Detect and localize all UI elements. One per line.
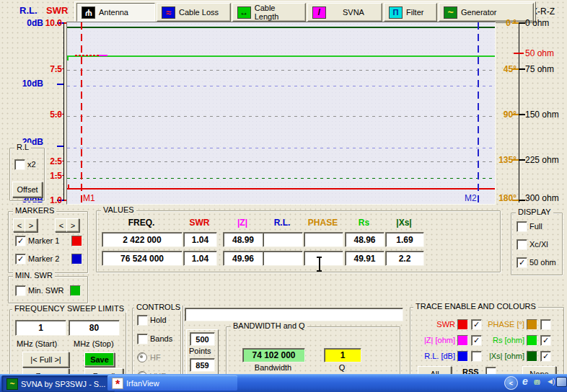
trace-swr-checkbox[interactable]: ✓ [471,319,482,330]
markers-panel: MARKERS < > < > ✓ Marker 1 ✓ Marker 2 [8,211,88,273]
marker2-checkbox[interactable]: ✓ [15,254,26,264]
tab-label: Cable Loss [179,8,219,17]
marker1-freq-field[interactable]: 2 422 000 [102,232,183,247]
col-header-z: |Z| [223,218,262,228]
marker1-swr-field[interactable]: 1.04 [183,232,217,247]
bandwidth-panel-title: BANDWIDTH and Q [231,321,307,330]
xs-trace [67,27,495,28]
trace-xs-swatch[interactable] [527,351,537,362]
marker1-phase-field[interactable] [304,232,343,247]
marker1-line[interactable] [81,22,82,204]
checkmark: ✓ [542,337,549,344]
marker2-color-swatch[interactable] [71,254,82,264]
marker1-color-swatch[interactable] [71,236,82,246]
marker1-label: Marker 1 [28,236,59,245]
display-xcxl-checkbox[interactable] [517,239,527,250]
gridline [67,148,495,148]
trace-phase-swatch[interactable] [527,319,537,330]
tab-svna[interactable]: SVNA [307,3,382,22]
bandwidth-field[interactable]: 74 102 000 [242,348,305,362]
start-freq-field[interactable]: 1 [15,320,66,336]
save-button[interactable]: Save [84,352,115,367]
marker2-z-field[interactable]: 49.96 [223,251,263,266]
col-header-xs: |Xs| [385,218,423,228]
marker2-line[interactable] [478,22,479,204]
trace-panel-title: TRACE ENABLE AND COLOURS [413,302,538,311]
markers-panel-title: MARKERS [13,206,56,215]
taskbar-task-svna[interactable]: SVNA by SP3SWJ - S... [1,375,115,392]
ohm-tick: 0 ohm [525,18,549,28]
trace-z-swatch[interactable] [457,335,468,346]
left-axis-line [63,22,64,201]
tab-cable-loss[interactable]: Cable Loss [157,3,231,22]
col-header-rl: R.L. [263,218,302,228]
trace-swr-swatch[interactable] [457,319,468,330]
svna-app-icon [6,378,18,390]
marker1-rl-field[interactable] [263,232,303,247]
marker2-rl-field[interactable] [263,251,303,266]
marker1-rs-field[interactable]: 48.96 [345,232,384,247]
wireless-network-icon[interactable] [534,378,540,385]
bands-label: Bands [150,334,172,343]
internet-explorer-icon[interactable] [522,375,528,387]
trace-z-checkbox[interactable]: ✓ [471,335,482,346]
stop-freq-field[interactable]: 80 [69,320,120,336]
bands-checkbox[interactable] [137,334,148,344]
marker1-z-field[interactable]: 48.99 [223,232,263,247]
marker2-swr-field[interactable]: 1.04 [183,251,217,266]
tab-label: Filter [406,8,423,17]
marker2-xs-field[interactable]: 2.2 [385,251,424,266]
tab-filter[interactable]: Filter [384,3,437,22]
display-full-checkbox[interactable] [517,221,527,232]
points-count-field[interactable]: 859 [190,358,215,372]
trace-rs-checkbox[interactable]: ✓ [540,335,551,346]
points-per-sweep-field[interactable]: 500 [190,332,215,346]
swr-axis-title: SWR [46,5,68,16]
marker1-next-button[interactable]: > [25,218,38,232]
trace-rs-swatch[interactable] [527,335,537,346]
sweep-chart[interactable]: M1 M2 [66,22,496,205]
min-swr-color-swatch[interactable] [70,285,81,296]
marker2-phase-field[interactable] [304,251,343,266]
z-trace-segment [99,55,107,56]
status-input[interactable] [185,308,403,321]
rl-offset-panel-title: R.L [14,143,31,151]
swr-trace [67,188,495,190]
trace-phase-checkbox[interactable] [540,319,551,330]
tab-generator[interactable]: Generator [439,3,534,22]
checkmark: ✓ [17,255,24,263]
tray-collapse-chevron-icon[interactable] [504,376,518,390]
marker2-next-button[interactable]: > [66,218,79,232]
tab-cable-length[interactable]: Cable Length [232,3,306,22]
swr-tick: 7.5 [32,64,62,74]
trace-rl-swatch[interactable] [457,351,468,362]
trace-rl-checkbox[interactable] [471,351,482,362]
hf-radio[interactable] [137,352,147,362]
checkmark: ✓ [473,337,480,344]
volume-icon[interactable] [546,377,554,386]
trace-xs-checkbox[interactable]: ✓ [540,351,551,362]
min-swr-checkbox[interactable] [15,285,26,296]
gridline [67,161,495,162]
rl-tick-mark [57,84,63,85]
phase-tick-mark [512,200,519,201]
q-field[interactable]: 1 [324,348,361,362]
hold-checkbox[interactable] [137,315,148,326]
marker1-xs-field[interactable]: 1.69 [385,232,424,247]
taskbar-task-irfanview[interactable]: IrfanView [107,375,237,391]
display-50ohm-checkbox[interactable]: ✓ [517,257,527,268]
x2-checkbox[interactable] [14,159,25,170]
irfanview-icon [112,378,123,389]
full-span-button[interactable]: |< Full >| [22,352,69,368]
col-header-rs: Rs [345,218,383,228]
display-settings-icon[interactable] [556,377,567,387]
marker2-freq-field[interactable]: 76 524 000 [102,251,183,266]
values-panel-title: VALUES [101,205,136,214]
offset-button[interactable]: Offset [12,182,43,197]
marker2-rs-field[interactable]: 49.91 [345,251,384,266]
tab-label: Antenna [99,8,128,17]
tab-antenna[interactable]: Antenna [76,3,155,22]
hold-label: Hold [150,316,167,324]
marker1-checkbox[interactable]: ✓ [15,236,26,246]
marker2-label: Marker 2 [28,254,59,263]
